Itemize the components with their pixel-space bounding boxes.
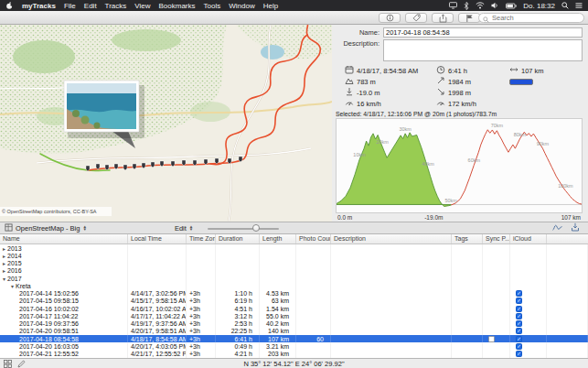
- disclosure-triangle[interactable]: ▾: [11, 283, 14, 289]
- profile-chart-icon[interactable]: [552, 223, 562, 233]
- zoom-slider[interactable]: [208, 223, 279, 233]
- cell-time-zone: [187, 275, 216, 282]
- export-icon[interactable]: [571, 222, 580, 233]
- cell-tags: [452, 351, 483, 358]
- disclosure-triangle[interactable]: ▾: [3, 276, 5, 282]
- column-header-icloud[interactable]: iCloud: [510, 234, 547, 244]
- track-name: 2017-04-19 09:37:56: [19, 320, 79, 327]
- disclosure-triangle[interactable]: ▸: [3, 260, 5, 266]
- photo-thumbnail[interactable]: [67, 83, 136, 129]
- map-canvas[interactable]: © OpenStreetMap contributors, CC-BY-SA: [0, 25, 332, 222]
- stat-date: 4/18/17, 8:54:58 AM: [357, 67, 418, 75]
- menu-item-view[interactable]: View: [134, 2, 150, 10]
- info-button[interactable]: [379, 13, 401, 23]
- bluetooth-status-icon[interactable]: [464, 2, 469, 10]
- table-row[interactable]: 2017-04-14 15:02:564/14/17, 3:02:56 PM+3…: [0, 290, 588, 298]
- icloud-checkbox[interactable]: ✓: [516, 328, 522, 334]
- column-header-sync-p-[interactable]: Sync P...: [483, 234, 510, 244]
- column-header-local-time[interactable]: Local Time: [128, 234, 187, 244]
- table-row[interactable]: 2017-04-15 09:58:154/15/17, 9:58:15 AM+3…: [0, 298, 588, 305]
- menu-item-edit[interactable]: Edit: [84, 2, 97, 10]
- zoom-slider-knob[interactable]: [252, 224, 260, 232]
- name-label: Name:: [336, 28, 383, 37]
- column-header-tags[interactable]: Tags: [452, 234, 483, 244]
- icloud-checkbox[interactable]: ✓: [516, 313, 522, 319]
- icloud-checkbox[interactable]: ✓: [516, 343, 522, 350]
- cell-length: [260, 267, 296, 275]
- search-input[interactable]: [492, 14, 580, 22]
- menu-item-file[interactable]: File: [64, 2, 76, 10]
- search-field[interactable]: [478, 13, 584, 23]
- disclosure-triangle[interactable]: ▸: [3, 245, 5, 252]
- column-header-description[interactable]: Description: [331, 234, 452, 244]
- disclosure-triangle[interactable]: ▸: [3, 267, 5, 274]
- menu-clock[interactable]: Do. 18:32: [523, 2, 555, 10]
- table-row[interactable]: ▸2014: [0, 252, 588, 259]
- volume-status-icon[interactable]: [491, 2, 499, 9]
- max-elevation-icon: [345, 76, 354, 87]
- table-row[interactable]: ▾2017: [0, 275, 588, 282]
- table-row[interactable]: 2017-04-17 11:04:224/17/17, 11:04:22 AM+…: [0, 312, 588, 319]
- table-row[interactable]: 2017-04-20 09:58:514/20/17, 9:58:51 AM+3…: [0, 328, 588, 335]
- tag-button[interactable]: [405, 13, 427, 23]
- notification-center-icon[interactable]: [575, 2, 583, 9]
- column-header-name[interactable]: Name: [0, 234, 128, 244]
- apple-menu-icon[interactable]: [5, 1, 14, 10]
- battery-status-icon[interactable]: [506, 3, 517, 9]
- table-row[interactable]: 2017-04-18 08:54:584/18/17, 8:54:58 AM+3…: [0, 335, 588, 342]
- menu-item-window[interactable]: Window: [229, 2, 254, 10]
- column-header-duration[interactable]: Duration: [216, 234, 260, 244]
- cell-tags: [452, 275, 483, 282]
- table-row[interactable]: ▸2015: [0, 260, 588, 267]
- chart-label-min: -19.0m: [424, 214, 443, 221]
- menu-items: myTracksFileEditTracksViewBookmarksTools…: [22, 2, 278, 10]
- icloud-checkbox[interactable]: ✓: [516, 336, 522, 342]
- display-status-icon[interactable]: [449, 2, 457, 9]
- column-header-photo-count[interactable]: Photo Count: [296, 234, 331, 244]
- track-name-field[interactable]: 2017-04-18 08:54:58: [383, 27, 583, 38]
- share-button[interactable]: [432, 13, 454, 23]
- cell-duration: 22:25 h: [216, 328, 260, 335]
- map-view[interactable]: © OpenStreetMap contributors, CC-BY-SA: [0, 25, 332, 222]
- column-header-length[interactable]: Length: [260, 234, 296, 244]
- flag-button[interactable]: [458, 13, 480, 23]
- spotlight-icon[interactable]: [561, 2, 569, 9]
- track-color-swatch[interactable]: [509, 79, 533, 85]
- icloud-checkbox[interactable]: ✓: [516, 290, 522, 297]
- icloud-checkbox[interactable]: ✓: [516, 298, 522, 304]
- photo-popup[interactable]: [64, 81, 144, 148]
- menu-item-help[interactable]: Help: [263, 2, 278, 10]
- pencil-icon[interactable]: [17, 355, 26, 368]
- table-row[interactable]: 2017-04-20 16:03:054/20/17, 4:03:05 PM+3…: [0, 342, 588, 350]
- cell-time-zone: +3h: [187, 328, 216, 335]
- menu-item-mytracks[interactable]: myTracks: [22, 2, 56, 10]
- cell-description: [331, 298, 452, 305]
- table-row[interactable]: ▸2016: [0, 267, 588, 275]
- edit-mode-dropdown[interactable]: Edit ▲▼: [175, 224, 193, 233]
- cell-time-zone: +3h: [187, 320, 216, 328]
- elevation-chart[interactable]: 10km20km30km40km50km60km70km80km90km100k…: [336, 118, 583, 213]
- disclosure-triangle[interactable]: ▸: [3, 253, 5, 259]
- menu-item-tracks[interactable]: Tracks: [105, 2, 127, 10]
- menu-item-tools[interactable]: Tools: [204, 2, 221, 10]
- cell-duration: 0:49 h: [216, 342, 260, 350]
- icloud-checkbox[interactable]: ✓: [516, 320, 522, 327]
- table-row[interactable]: 2017-04-21 12:55:524/21/17, 12:55:52 PM+…: [0, 351, 588, 358]
- wifi-status-icon[interactable]: [476, 2, 485, 9]
- table-row[interactable]: ▾Kreta: [0, 282, 588, 289]
- table-row[interactable]: 2017-04-19 09:37:564/19/17, 9:37:56 AM+3…: [0, 320, 588, 328]
- map-source-label: OpenStreetMap - Big: [16, 224, 80, 233]
- cell-description: [331, 351, 452, 358]
- icloud-checkbox[interactable]: ✓: [516, 306, 522, 312]
- menu-item-bookmarks[interactable]: Bookmarks: [159, 2, 196, 10]
- icloud-checkbox[interactable]: ✓: [516, 351, 522, 357]
- cell-time-zone: [187, 252, 216, 259]
- cell-length: [260, 282, 296, 289]
- map-source-dropdown[interactable]: OpenStreetMap - Big ▲▼: [5, 223, 87, 233]
- table-row[interactable]: 2017-04-16 10:02:024/16/17, 10:02:02 AM+…: [0, 305, 588, 312]
- column-header-time-zone[interactable]: Time Zone: [187, 234, 216, 244]
- track-description-field[interactable]: [383, 39, 583, 61]
- grid-view-icon[interactable]: [4, 355, 12, 368]
- sync-photos-checkbox[interactable]: [488, 336, 495, 342]
- table-row[interactable]: ▸2013: [0, 244, 588, 252]
